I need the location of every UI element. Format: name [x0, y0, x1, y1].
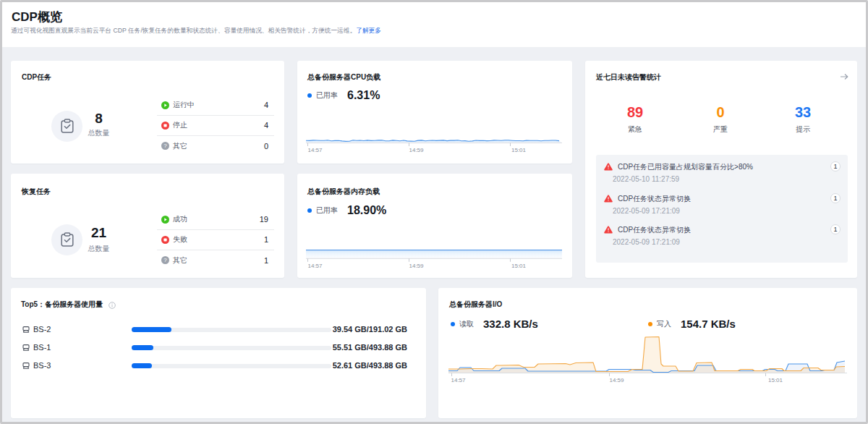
svg-text:?: ?	[163, 257, 167, 263]
svg-text:?: ?	[163, 143, 167, 149]
